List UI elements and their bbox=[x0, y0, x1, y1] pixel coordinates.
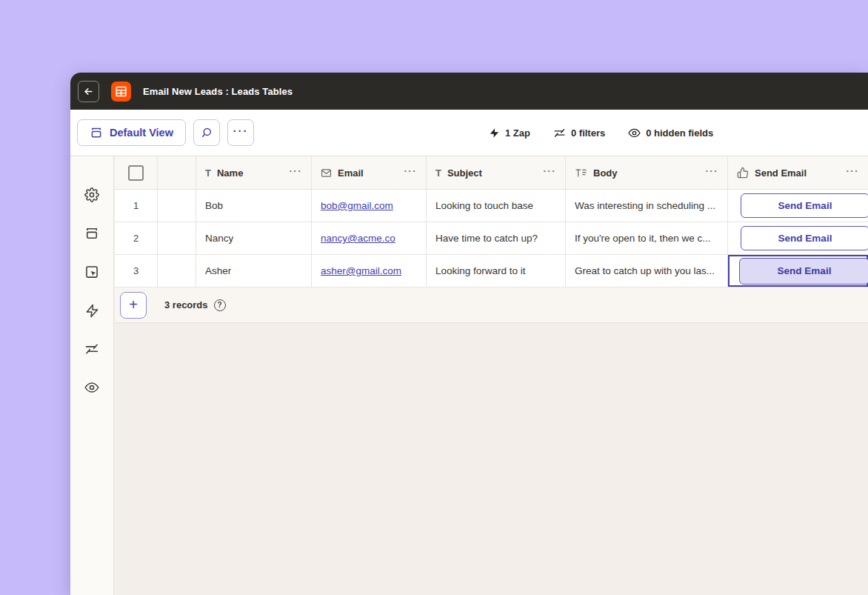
column-label: Email bbox=[338, 167, 364, 179]
filters-indicator[interactable]: 0 filters bbox=[553, 127, 605, 139]
subject-value: Looking to touch base bbox=[435, 200, 533, 211]
row-number: 2 bbox=[133, 233, 138, 244]
body-value: If you're open to it, then we c... bbox=[575, 233, 710, 244]
ellipsis-icon: ··· bbox=[233, 125, 248, 141]
help-icon[interactable]: ? bbox=[214, 299, 226, 311]
filters-icon bbox=[84, 342, 99, 356]
table-row: 1 Bob bob@gmail.com Looking to touch bas… bbox=[115, 190, 868, 222]
long-text-type-icon bbox=[575, 167, 587, 179]
email-cell[interactable]: bob@gmail.com bbox=[312, 190, 427, 222]
name-value: Bob bbox=[205, 200, 223, 211]
sidebar-item-filters[interactable] bbox=[79, 330, 105, 368]
subject-value: Looking forward to it bbox=[435, 265, 526, 276]
subject-cell[interactable]: Looking forward to it bbox=[427, 255, 566, 287]
name-cell[interactable]: Nancy bbox=[196, 222, 312, 254]
filter-count-label: 0 filters bbox=[571, 127, 605, 139]
select-all-checkbox[interactable] bbox=[128, 165, 144, 181]
titlebar: Email New Leads : Leads Tables bbox=[70, 73, 868, 110]
default-view-label: Default View bbox=[110, 127, 173, 139]
gear-icon bbox=[84, 187, 99, 202]
eye-icon bbox=[84, 380, 99, 395]
panel-cursor-icon bbox=[84, 265, 99, 279]
app-window: Email New Leads : Leads Tables Default V… bbox=[70, 73, 868, 595]
column-label: Body bbox=[593, 167, 618, 179]
expand-cell[interactable] bbox=[158, 222, 196, 254]
send-email-button[interactable]: Send Email bbox=[739, 258, 868, 285]
column-header-name[interactable]: T Name ··· bbox=[196, 156, 312, 189]
sidebar-item-hidden-fields[interactable] bbox=[79, 368, 105, 407]
desktop-background: Email New Leads : Leads Tables Default V… bbox=[0, 0, 868, 595]
column-label: Subject bbox=[447, 167, 482, 179]
row-number-cell[interactable]: 2 bbox=[115, 222, 158, 254]
row-number-cell[interactable]: 1 bbox=[115, 190, 158, 222]
sidebar-item-zaps[interactable] bbox=[79, 291, 105, 330]
body-value: Great to catch up with you las... bbox=[575, 265, 715, 276]
back-button[interactable] bbox=[78, 81, 99, 102]
hidden-count-label: 0 hidden fields bbox=[646, 127, 713, 139]
text-type-icon: T bbox=[205, 167, 211, 179]
name-cell[interactable]: Bob bbox=[196, 190, 312, 222]
default-view-button[interactable]: Default View bbox=[77, 119, 186, 146]
send-email-cell[interactable]: Send Email bbox=[728, 222, 868, 254]
envelope-icon bbox=[321, 167, 332, 179]
email-cell[interactable]: asher@gmail.com bbox=[312, 255, 427, 287]
name-cell[interactable]: Asher bbox=[196, 255, 312, 287]
page-title: Email New Leads : Leads Tables bbox=[143, 86, 293, 97]
subject-cell[interactable]: Looking to touch base bbox=[427, 190, 566, 222]
column-header-send-email[interactable]: Send Email ··· bbox=[728, 156, 868, 189]
subject-cell[interactable]: Have time to catch up? bbox=[427, 222, 566, 254]
sidebar bbox=[70, 156, 114, 595]
more-options-button[interactable]: ··· bbox=[227, 119, 254, 146]
sidebar-item-record-panel[interactable] bbox=[79, 253, 105, 291]
expand-cell[interactable] bbox=[158, 190, 196, 222]
table-header-row: T Name ··· Email ··· T Subject bbox=[115, 156, 868, 190]
email-link[interactable]: bob@gmail.com bbox=[321, 200, 393, 211]
zap-count-label: 1 Zap bbox=[505, 127, 530, 139]
name-value: Nancy bbox=[205, 233, 233, 244]
zap-bolt-icon bbox=[489, 127, 500, 139]
views-icon bbox=[84, 226, 99, 241]
zaps-indicator[interactable]: 1 Zap bbox=[489, 127, 530, 139]
column-menu-icon[interactable]: ··· bbox=[404, 166, 418, 179]
column-label: Send Email bbox=[755, 167, 807, 179]
table-row: 2 Nancy nancy@acme.co Have time to catch… bbox=[115, 222, 868, 255]
add-record-button[interactable]: + bbox=[120, 292, 147, 319]
subject-value: Have time to catch up? bbox=[435, 233, 538, 244]
email-link[interactable]: asher@gmail.com bbox=[321, 265, 401, 276]
tables-app-icon bbox=[111, 82, 131, 102]
column-label: Name bbox=[217, 167, 243, 179]
row-number-cell[interactable]: 3 bbox=[115, 255, 158, 287]
column-menu-icon[interactable]: ··· bbox=[847, 166, 860, 179]
column-header-email[interactable]: Email ··· bbox=[312, 156, 427, 189]
zap-bolt-icon bbox=[85, 304, 99, 318]
search-icon bbox=[200, 126, 213, 139]
column-header-body[interactable]: Body ··· bbox=[566, 156, 728, 189]
body-cell[interactable]: Great to catch up with you las... bbox=[566, 255, 728, 287]
name-value: Asher bbox=[205, 265, 231, 276]
eye-icon bbox=[628, 127, 641, 139]
content-area: T Name ··· Email ··· T Subject bbox=[70, 156, 868, 595]
body-cell[interactable]: Was interesting in scheduling ... bbox=[566, 190, 728, 222]
send-email-button[interactable]: Send Email bbox=[741, 193, 868, 218]
column-menu-icon[interactable]: ··· bbox=[290, 166, 303, 179]
expand-cell[interactable] bbox=[158, 255, 196, 287]
send-email-cell-selected[interactable]: Send Email bbox=[728, 255, 868, 287]
email-cell[interactable]: nancy@acme.co bbox=[312, 222, 427, 254]
body-value: Was interesting in scheduling ... bbox=[575, 200, 715, 211]
hidden-fields-indicator[interactable]: 0 hidden fields bbox=[628, 127, 713, 139]
body-cell[interactable]: If you're open to it, then we c... bbox=[566, 222, 728, 254]
column-menu-icon[interactable]: ··· bbox=[706, 166, 719, 179]
email-link[interactable]: nancy@acme.co bbox=[321, 233, 395, 244]
filters-icon bbox=[553, 127, 566, 139]
column-header-subject[interactable]: T Subject ··· bbox=[427, 156, 566, 189]
sidebar-item-views[interactable] bbox=[79, 214, 105, 253]
sidebar-item-settings[interactable] bbox=[79, 176, 105, 214]
select-all-header bbox=[115, 156, 158, 189]
column-menu-icon[interactable]: ··· bbox=[544, 166, 557, 179]
search-button[interactable] bbox=[193, 119, 220, 146]
text-type-icon: T bbox=[435, 167, 441, 179]
record-count-group: 3 records ? bbox=[164, 299, 226, 311]
view-icon bbox=[90, 126, 103, 139]
send-email-cell[interactable]: Send Email bbox=[728, 190, 868, 222]
send-email-button[interactable]: Send Email bbox=[741, 226, 868, 250]
